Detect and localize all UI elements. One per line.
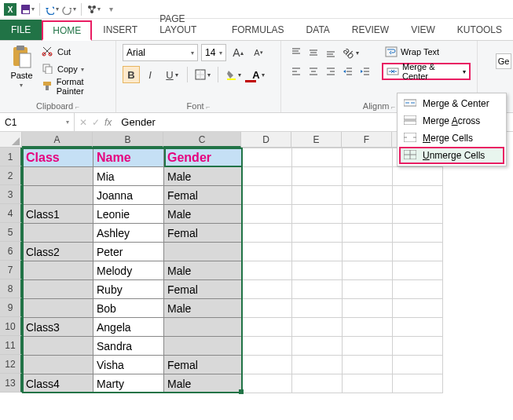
cell[interactable] <box>23 261 93 280</box>
cell[interactable]: Male <box>164 374 242 393</box>
redo-icon[interactable] <box>62 2 76 16</box>
bold-button[interactable]: B <box>123 66 140 83</box>
format-painter-button[interactable]: Format Painter <box>42 79 109 94</box>
cell[interactable] <box>292 205 343 224</box>
cell[interactable]: Femal <box>164 224 242 243</box>
cell[interactable] <box>23 299 93 318</box>
cell[interactable]: Joanna <box>93 186 164 205</box>
borders-button[interactable]: ▾ <box>191 66 214 83</box>
row-header[interactable]: 10 <box>0 317 22 336</box>
cell[interactable] <box>242 318 292 337</box>
tab-page-layout[interactable]: PAGE LAYOUT <box>148 9 221 40</box>
cell[interactable] <box>343 318 393 337</box>
cell[interactable] <box>393 186 443 205</box>
cell[interactable] <box>343 186 393 205</box>
decrease-font-button[interactable]: A▾ <box>250 44 267 61</box>
cell[interactable] <box>343 299 393 318</box>
undo-icon[interactable] <box>45 2 59 16</box>
col-header[interactable]: F <box>342 132 392 148</box>
cell[interactable]: Class <box>23 148 93 167</box>
tab-view[interactable]: VIEW <box>400 20 446 40</box>
cell[interactable]: Ruby <box>93 280 164 299</box>
cell[interactable]: Marty <box>93 374 164 393</box>
tab-data[interactable]: DATA <box>295 20 341 40</box>
fx-enter-icon[interactable]: ✓ <box>92 117 100 128</box>
cell[interactable]: Male <box>164 205 242 224</box>
cell[interactable] <box>393 337 443 356</box>
cell[interactable] <box>292 186 343 205</box>
align-top-button[interactable] <box>288 44 305 61</box>
cell[interactable] <box>292 243 343 261</box>
cell[interactable]: Gender <box>164 148 242 167</box>
cell[interactable]: Class3 <box>23 318 93 337</box>
cell[interactable] <box>242 337 292 356</box>
col-header[interactable]: B <box>93 132 163 148</box>
cell[interactable] <box>164 337 242 356</box>
font-size-combo[interactable]: 14▾ <box>201 44 226 61</box>
cell[interactable]: Femal <box>164 280 242 299</box>
cell[interactable] <box>292 280 343 299</box>
merge-center-button[interactable]: Merge & Center ▾ <box>382 63 471 80</box>
cell[interactable] <box>292 318 343 337</box>
cell[interactable] <box>23 167 93 186</box>
cell[interactable] <box>23 356 93 374</box>
cell[interactable] <box>393 224 443 243</box>
cell[interactable] <box>343 337 393 356</box>
cell[interactable]: Sandra <box>93 337 164 356</box>
align-bottom-button[interactable] <box>322 44 339 61</box>
cell-grid[interactable]: Class Name Gender MiaMale JoannaFemal Cl… <box>22 148 443 393</box>
cell[interactable] <box>23 224 93 243</box>
cell[interactable] <box>292 224 343 243</box>
cell[interactable] <box>393 167 443 186</box>
cell[interactable] <box>292 148 343 167</box>
cell[interactable] <box>292 167 343 186</box>
cell[interactable] <box>393 374 443 393</box>
increase-font-button[interactable]: A▴ <box>229 44 247 61</box>
tab-insert[interactable]: INSERT <box>92 20 148 40</box>
align-center-button[interactable] <box>305 63 322 80</box>
row-header[interactable]: 6 <box>0 242 22 261</box>
cell[interactable] <box>242 205 292 224</box>
tab-kutools[interactable]: KUTOOLS <box>446 20 513 40</box>
cell[interactable]: Femal <box>164 356 242 374</box>
tab-formulas[interactable]: FORMULAS <box>221 20 295 40</box>
row-header[interactable]: 9 <box>0 298 22 317</box>
copy-button[interactable]: Copy ▾ <box>42 61 109 77</box>
font-color-button[interactable]: A▾ <box>247 66 270 83</box>
cell[interactable] <box>343 374 393 393</box>
row-header[interactable]: 8 <box>0 279 22 298</box>
row-header[interactable]: 11 <box>0 336 22 355</box>
cell[interactable] <box>343 243 393 261</box>
cell[interactable] <box>393 261 443 280</box>
align-middle-button[interactable] <box>305 44 322 61</box>
align-right-button[interactable] <box>322 63 339 80</box>
name-box[interactable]: C1▾ <box>0 113 75 131</box>
cell[interactable] <box>242 167 292 186</box>
cell[interactable] <box>242 280 292 299</box>
cell[interactable] <box>292 299 343 318</box>
row-header[interactable]: 2 <box>0 166 22 185</box>
cell[interactable]: Peter <box>93 243 164 261</box>
cell[interactable] <box>393 318 443 337</box>
cell[interactable] <box>343 148 393 167</box>
font-name-combo[interactable]: Arial▾ <box>123 44 198 61</box>
menu-merge-cells[interactable]: Merge Cells <box>399 130 504 147</box>
cell[interactable]: Class1 <box>23 205 93 224</box>
cell[interactable] <box>23 337 93 356</box>
cell[interactable] <box>242 356 292 374</box>
menu-unmerge-cells[interactable]: Unmerge Cells <box>399 147 504 164</box>
tab-home[interactable]: HOME <box>42 20 92 41</box>
fill-color-button[interactable]: ▾ <box>222 66 245 83</box>
cell[interactable]: Bob <box>93 299 164 318</box>
orientation-button[interactable]: ab▾ <box>339 44 363 61</box>
align-left-button[interactable] <box>288 63 305 80</box>
cell[interactable]: Angela <box>93 318 164 337</box>
menu-merge-center[interactable]: Merge & Center <box>399 95 504 112</box>
cell[interactable] <box>242 261 292 280</box>
cell[interactable] <box>164 318 242 337</box>
cell[interactable] <box>242 299 292 318</box>
select-all-button[interactable] <box>0 132 22 148</box>
cell[interactable]: Ashley <box>93 224 164 243</box>
cell[interactable] <box>343 261 393 280</box>
cell[interactable]: Name <box>93 148 164 167</box>
